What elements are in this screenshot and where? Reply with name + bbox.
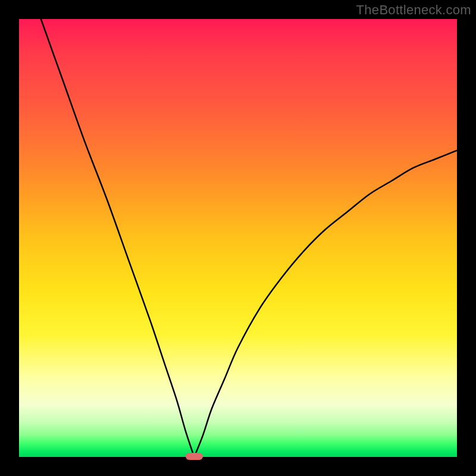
curve-right-branch [194,151,457,457]
notch-marker [186,453,203,459]
watermark-text: TheBottleneck.com [356,2,471,18]
chart-frame: TheBottleneck.com [0,0,476,476]
curve-left-branch [41,19,195,457]
bottleneck-curve [19,19,457,457]
plot-area [19,19,457,457]
